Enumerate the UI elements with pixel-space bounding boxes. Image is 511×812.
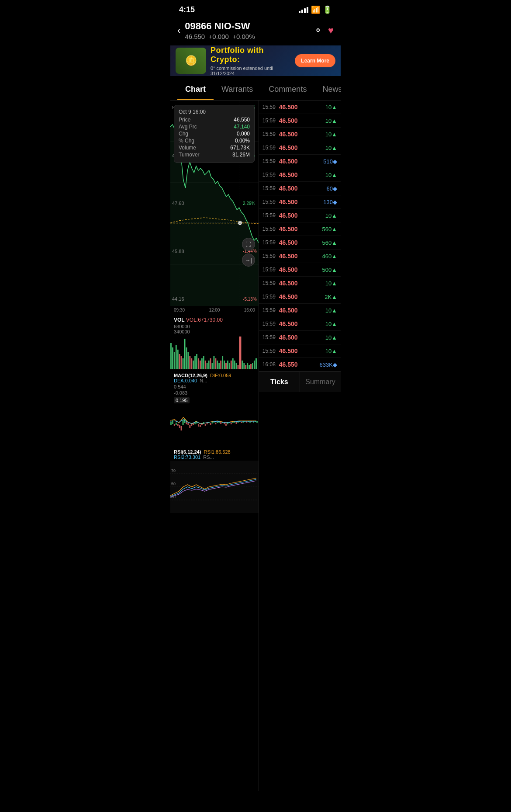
svg-rect-57: [254, 361, 255, 369]
tick-price: 46.500: [279, 253, 304, 260]
tick-row: 15:5946.500460▲: [259, 250, 341, 263]
y-label-5: 44.16: [172, 296, 184, 302]
macd-val-1: 0.544: [174, 384, 255, 389]
svg-rect-29: [205, 361, 206, 369]
svg-rect-100: [241, 422, 242, 423]
xaxis-end: 16:00: [244, 308, 255, 312]
status-time: 4:15: [179, 5, 195, 14]
tick-volume: 560▲: [304, 226, 337, 232]
tick-volume: 10▲: [304, 321, 337, 327]
rsi2: RSI2:73.301: [174, 455, 200, 460]
svg-rect-27: [201, 358, 203, 369]
svg-rect-37: [218, 363, 220, 369]
tick-volume: 10▲: [304, 307, 337, 314]
volume-chart: [170, 334, 259, 369]
tick-time: 15:59: [262, 118, 279, 124]
bottom-tab-summary[interactable]: Summary: [300, 372, 341, 392]
banner-icon: 🪙: [176, 48, 206, 74]
macd-chart: [170, 402, 259, 446]
tooltip-chgpct: 0.00%: [235, 138, 250, 144]
snap-right-button[interactable]: →|: [242, 253, 255, 267]
tick-time: 15:59: [262, 239, 279, 246]
header: ‹ 09866 NIO-SW 46.550 +0.000 +0.00% ⚬ ♥: [170, 17, 341, 45]
tick-row: 15:5946.50010▲: [259, 209, 341, 222]
tick-price: 46.500: [279, 171, 304, 178]
svg-rect-15: [181, 356, 182, 369]
svg-rect-66: [183, 420, 184, 425]
svg-text:50: 50: [171, 482, 176, 486]
tab-news[interactable]: News: [314, 80, 341, 100]
svg-rect-61: [174, 424, 175, 426]
tick-price: 46.500: [279, 198, 304, 205]
tick-row: 15:5946.500560▲: [259, 236, 341, 250]
status-icons: 📶 🔋: [299, 5, 332, 14]
tick-time: 15:59: [262, 158, 279, 164]
tick-row: 15:5946.500500▲: [259, 263, 341, 277]
tick-row: 15:5946.50010▲: [259, 344, 341, 358]
svg-rect-56: [252, 363, 253, 369]
tab-navigation: Chart Warrants Comments News Compa...: [170, 80, 341, 101]
svg-rect-92: [227, 423, 228, 424]
tick-price: 46.500: [279, 144, 304, 151]
svg-rect-11: [174, 352, 175, 369]
tick-volume: 460▲: [304, 253, 337, 260]
expand-button[interactable]: ⛶: [242, 238, 255, 251]
search-button[interactable]: ⚬: [314, 25, 322, 36]
back-button[interactable]: ‹: [177, 25, 180, 36]
tick-price: 46.500: [279, 239, 304, 246]
svg-rect-97: [236, 422, 237, 424]
svg-rect-24: [196, 354, 197, 369]
favorite-button[interactable]: ♥: [328, 25, 334, 36]
tab-comments[interactable]: Comments: [261, 80, 314, 100]
tick-volume: 10▲: [304, 334, 337, 341]
main-content: Oct 9 16:00 Price 46.550 Avg Prc 47.140 …: [170, 101, 341, 791]
svg-rect-51: [243, 363, 245, 369]
tick-price: 46.500: [279, 185, 304, 192]
svg-rect-58: [256, 358, 257, 369]
macd-val-2: -0.083: [174, 390, 255, 396]
bottom-tab-ticks[interactable]: Ticks: [259, 372, 300, 392]
tick-time: 15:59: [262, 253, 279, 259]
chart-panel: Oct 9 16:00 Price 46.550 Avg Prc 47.140 …: [170, 101, 259, 791]
tick-volume: 633K◆: [304, 361, 337, 368]
pct-label-5: -5.13%: [243, 297, 257, 302]
macd-current-val: 0.195: [174, 397, 190, 403]
tick-time: 15:59: [262, 185, 279, 191]
stock-title: 09866 NIO-SW: [185, 21, 255, 32]
svg-rect-54: [249, 365, 250, 369]
tick-price: 46.500: [279, 158, 304, 165]
banner-title: Portfolio with Crypto:: [211, 46, 290, 64]
tick-time: 15:59: [262, 199, 279, 205]
tick-row: 15:5946.50010▲: [259, 331, 341, 344]
tick-time: 15:59: [262, 104, 279, 110]
tick-time: 15:59: [262, 172, 279, 178]
tooltip-turnover: 31.26M: [232, 152, 250, 158]
tick-price: 46.500: [279, 212, 304, 219]
svg-rect-34: [213, 356, 214, 369]
tick-price: 46.500: [279, 347, 304, 354]
svg-rect-68: [186, 422, 187, 424]
svg-rect-65: [181, 426, 182, 430]
tick-volume: 10▲: [304, 212, 337, 219]
tick-volume: 10▲: [304, 172, 337, 178]
tooltip-avgprc: 47.140: [234, 124, 250, 130]
vol-label: VOL: [174, 317, 186, 323]
svg-rect-76: [200, 425, 201, 427]
tick-volume: 10▲: [304, 118, 337, 124]
svg-rect-71: [191, 424, 192, 426]
banner-cta-button[interactable]: Learn More: [295, 54, 335, 67]
svg-rect-70: [189, 425, 190, 428]
tab-chart[interactable]: Chart: [177, 80, 214, 101]
svg-rect-12: [176, 345, 177, 369]
svg-rect-83: [212, 422, 213, 423]
banner-ad[interactable]: 🪙 Portfolio with Crypto: 0* commission e…: [170, 45, 341, 76]
tick-volume: 510◆: [304, 158, 337, 165]
svg-rect-48: [238, 365, 239, 369]
tick-time: 15:59: [262, 307, 279, 313]
tab-warrants[interactable]: Warrants: [214, 80, 261, 100]
ticks-bottom-bar: Ticks Summary: [259, 371, 341, 392]
svg-rect-20: [189, 356, 190, 369]
svg-rect-30: [207, 363, 208, 369]
macd-section: MACD(12,26,9) DIF:0.059 DEA:0.040 N...: [170, 371, 259, 384]
tick-volume: 10▲: [304, 280, 337, 287]
